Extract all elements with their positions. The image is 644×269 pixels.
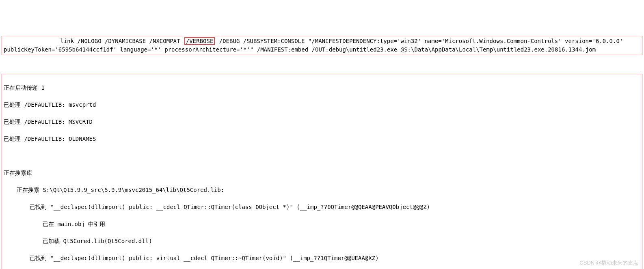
output-line: 正在启动传递 1 xyxy=(4,84,640,92)
output-line: 正在搜索 S:\Qt\Qt5.9.9_src\5.9.9\msvc2015_64… xyxy=(4,186,640,194)
csdn-watermark: CSDN @撬动未来的支点 xyxy=(579,259,638,267)
output-line: 已在 main.obj 中引用 xyxy=(4,220,640,228)
output-blank xyxy=(4,152,640,160)
linker-output-panel: 正在启动传递 1 已处理 /DEFAULTLIB: msvcprtd 已处理 /… xyxy=(2,74,642,269)
output-line: 已找到 "__declspec(dllimport) public: virtu… xyxy=(4,254,640,263)
link-command-pre: link /NOLOGO /DYNAMICBASE /NXCOMPAT xyxy=(4,38,184,44)
output-line: 已处理 /DEFAULTLIB: MSVCRTD xyxy=(4,118,640,126)
output-line: 已处理 /DEFAULTLIB: OLDNAMES xyxy=(4,135,640,143)
output-line: 已处理 /DEFAULTLIB: msvcprtd xyxy=(4,101,640,109)
link-command-panel: link /NOLOGO /DYNAMICBASE /NXCOMPAT /VER… xyxy=(2,36,642,55)
output-line: 已加载 Qt5Cored.lib(Qt5Cored.dll) xyxy=(4,237,640,245)
output-line: 正在搜索库 xyxy=(4,169,640,177)
output-line: 已找到 "__declspec(dllimport) public: __cde… xyxy=(4,203,640,211)
verbose-flag-highlight: /VERBOSE xyxy=(184,37,215,45)
